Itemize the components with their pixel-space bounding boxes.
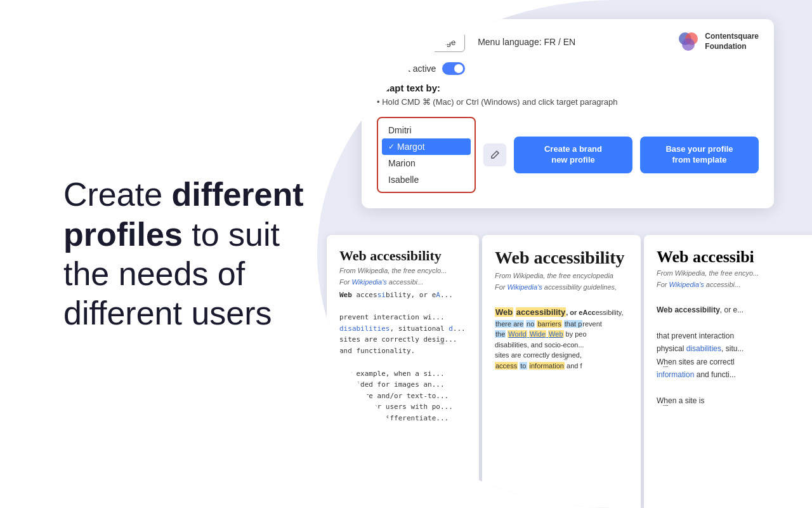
wiki-link-right[interactable]: Wikipedia's — [669, 281, 704, 288]
profile-dmitri[interactable]: Dmitri — [382, 122, 471, 138]
wiki-subtitle-middle: From Wikipedia, the free encyclopedia — [495, 272, 628, 279]
wiki-panel-right: Web accessibi From Wikipedia, the free e… — [644, 235, 812, 508]
wiki-title-right: Web accessibi — [657, 248, 809, 267]
left-panel: Create different profiles to suit the ne… — [0, 0, 330, 508]
dropdown-list: Dmitri ✓ Margot Marion Isabelle — [382, 122, 471, 188]
hero-line4: different users — [63, 295, 272, 331]
readapt-label: Readapt active — [377, 64, 436, 74]
svg-point-2 — [682, 38, 695, 51]
adapt-instruction: Hold CMD ⌘ (Mac) or Ctrl (Windows) and c… — [377, 97, 759, 107]
wiki-subtitle-left: From Wikipedia, the free encyclо... — [339, 267, 466, 274]
wiki-body-left: Web accessibility, or eA... prevent inte… — [339, 290, 466, 357]
wiki-italic-middle: For Wikipedia's accessibility guidelines… — [495, 283, 628, 291]
ui-panel: Reset text on page Menu language: FR / E… — [362, 19, 774, 208]
wiki-title-middle: Web accessibility — [495, 248, 628, 268]
create-profile-button[interactable]: Create a brand new profile — [514, 137, 632, 173]
profile-marion[interactable]: Marion — [382, 155, 471, 171]
wiki-link-middle[interactable]: Wikipedia's — [508, 283, 542, 291]
wiki-panel-left: Web accessibility From Wikipedia, the fr… — [327, 235, 479, 508]
wiki-body-right: Web accessibility, or e... that prevent … — [657, 304, 809, 407]
wiki-subtitle-right: From Wikipedia, the free encyo... — [657, 269, 809, 277]
hero-text: Create different profiles to suit the ne… — [63, 175, 304, 333]
profile-isabelle[interactable]: Isabelle — [382, 171, 471, 188]
edit-profile-button[interactable] — [483, 144, 506, 166]
adapt-title: Adapt text by: — [377, 83, 759, 93]
hero-to-suit: to suit — [183, 216, 280, 253]
wikipedia-panels: Web accessibility From Wikipedia, the fr… — [327, 235, 809, 508]
right-panel: Reset text on page Menu language: FR / E… — [317, 0, 812, 508]
hero-profiles: profiles — [63, 216, 183, 253]
profiles-row: Dmitri ✓ Margot Marion Isabelle Create a… — [377, 117, 759, 193]
wiki-body-middle: Web accessibility, or eAccessibility, th… — [495, 306, 628, 371]
wiki-link-left[interactable]: Wikipedia's — [352, 278, 387, 286]
wiki-disabilities-right[interactable]: disabilities — [686, 344, 721, 353]
readapt-row: Readapt active — [377, 62, 759, 75]
pencil-icon — [490, 150, 500, 160]
hero-line1: Create different — [63, 176, 304, 213]
readapt-toggle[interactable] — [442, 62, 465, 75]
hero-line3: the needs of — [63, 255, 245, 292]
wiki-italic-right: For Wikipedia's accessibi... — [657, 281, 809, 288]
wiki-panel-middle: Web accessibility From Wikipedia, the fr… — [482, 235, 641, 508]
panel-top-bar: Reset text on page Menu language: FR / E… — [377, 30, 759, 53]
profile-margot[interactable]: ✓ Margot — [382, 138, 471, 155]
base-profile-button[interactable]: Base your profile from template — [640, 137, 759, 173]
logo-area: Contentsquare Foundation — [677, 30, 759, 53]
profile-dropdown[interactable]: Dmitri ✓ Margot Marion Isabelle — [377, 117, 476, 193]
logo-text: Contentsquare Foundation — [705, 32, 759, 51]
menu-language-label: Menu language: FR / EN — [478, 37, 575, 47]
wiki-italic-left: For Wikipedia's accessibi... — [339, 278, 466, 286]
wiki-title-left: Web accessibility — [339, 248, 466, 264]
hero-different: different — [172, 176, 304, 213]
wiki-body-left2: For example, when a si... provided for i… — [339, 368, 466, 424]
reset-button[interactable]: Reset text on page — [377, 32, 465, 52]
contentsquare-logo-icon — [677, 30, 700, 53]
